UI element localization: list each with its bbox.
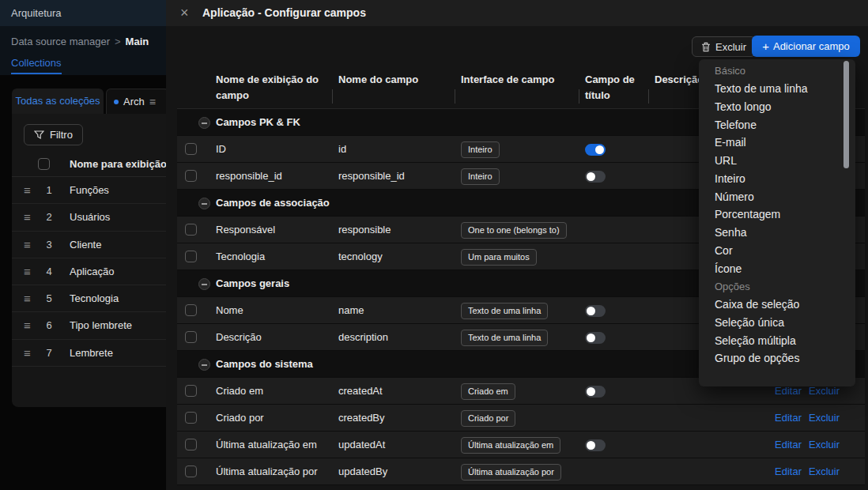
dropdown-item[interactable]: Texto de uma linha <box>699 80 855 98</box>
dropdown-item[interactable]: Cor <box>699 242 855 260</box>
row-delete-link[interactable]: Excluir <box>809 412 840 424</box>
list-item[interactable]: ≡2Usuários <box>12 204 166 231</box>
title-field-toggle[interactable] <box>585 386 606 398</box>
field-display-name: Responsável <box>216 217 275 243</box>
row-checkbox[interactable] <box>185 439 197 450</box>
collapse-icon[interactable] <box>198 278 210 290</box>
title-field-toggle[interactable] <box>585 439 606 451</box>
row-checkbox[interactable] <box>185 304 197 316</box>
modal-title: Aplicação - Configurar campos <box>202 0 366 26</box>
list-item[interactable]: ≡3Cliente <box>12 232 166 258</box>
field-interface-badge: Última atualização em <box>461 437 560 454</box>
close-icon[interactable]: × <box>180 0 189 26</box>
dropdown-item[interactable]: Caixa de seleção <box>699 296 855 314</box>
row-number: 4 <box>43 258 55 285</box>
plus-icon: + <box>762 40 769 52</box>
dropdown-item[interactable]: Porcentagem <box>699 205 855 224</box>
field-display-name: Última atualização em <box>216 432 317 458</box>
tab-all-collections[interactable]: Todas as coleções <box>12 89 104 114</box>
drag-handle-icon[interactable]: ≡ <box>24 285 31 312</box>
edit-link[interactable]: Editar <box>775 385 802 397</box>
collapse-icon[interactable] <box>198 359 210 371</box>
row-checkbox[interactable] <box>185 385 197 397</box>
breadcrumb-separator: > <box>115 36 121 47</box>
dropdown-item[interactable]: Grupo de opções <box>699 349 855 368</box>
collapse-icon[interactable] <box>198 198 210 209</box>
dropdown-item[interactable]: E-mail <box>699 134 855 152</box>
delete-button[interactable]: Excluir <box>692 36 756 57</box>
drag-handle-icon[interactable]: ≡ <box>24 340 31 367</box>
title-field-toggle[interactable] <box>585 305 606 317</box>
menu-icon[interactable]: ≡ <box>149 96 156 108</box>
breadcrumb-section[interactable]: Data source manager <box>11 36 110 47</box>
field-interface-badge: Última atualização por <box>461 464 561 481</box>
field-name: id <box>338 136 346 163</box>
field-interface-badge: Um para muitos <box>461 249 537 266</box>
row-delete-link[interactable]: Excluir <box>809 439 840 450</box>
row-delete-link[interactable]: Excluir <box>809 385 840 397</box>
collection-name: Aplicação <box>70 258 114 285</box>
list-item[interactable]: ≡7Lembrete <box>12 340 166 367</box>
field-row[interactable]: Última atualização por updatedBy Última … <box>177 458 865 485</box>
dropdown-item[interactable]: Ícone <box>699 259 855 277</box>
row-checkbox[interactable] <box>185 466 197 477</box>
field-display-name: Descrição <box>216 324 262 351</box>
select-all-checkbox[interactable] <box>38 158 50 170</box>
drag-handle-icon[interactable]: ≡ <box>24 258 31 285</box>
title-field-toggle[interactable] <box>585 332 606 344</box>
field-row[interactable]: Última atualização em updatedAt Última a… <box>177 432 865 458</box>
column-divider[interactable] <box>579 89 579 104</box>
row-checkbox[interactable] <box>185 224 197 236</box>
list-item[interactable]: ≡4Aplicação <box>12 258 166 285</box>
title-field-toggle[interactable] <box>585 171 606 183</box>
column-divider[interactable] <box>332 89 333 104</box>
list-item[interactable]: ≡5Tecnologia <box>12 285 166 312</box>
trash-icon <box>701 42 711 52</box>
add-field-label: Adicionar campo <box>773 40 850 52</box>
filter-button[interactable]: Filtro <box>24 124 83 145</box>
title-field-toggle[interactable] <box>585 144 606 156</box>
dropdown-item[interactable]: Seleção única <box>699 314 855 332</box>
collection-name: Funções <box>70 177 109 204</box>
field-interface-badge: Inteiro <box>461 141 500 158</box>
drag-handle-icon[interactable]: ≡ <box>24 232 31 258</box>
row-checkbox[interactable] <box>185 143 197 155</box>
tab-arch[interactable]: Arch ≡ <box>106 89 166 114</box>
field-name: createdAt <box>338 378 383 405</box>
row-delete-link[interactable]: Excluir <box>809 466 840 477</box>
dropdown-item[interactable]: Telefone <box>699 115 855 134</box>
row-checkbox[interactable] <box>185 170 197 182</box>
row-checkbox[interactable] <box>185 412 197 424</box>
tab-arch-label: Arch <box>123 96 145 107</box>
field-display-name: Criado em <box>216 378 263 405</box>
screen: Arquitetura Data source manager>Main Col… <box>0 0 868 490</box>
field-interface-badge: Criado por <box>461 410 515 427</box>
edit-link[interactable]: Editar <box>775 439 802 450</box>
row-number: 7 <box>43 340 55 367</box>
edit-link[interactable]: Editar <box>775 412 802 424</box>
dropdown-item[interactable]: URL <box>699 152 855 170</box>
row-checkbox[interactable] <box>185 331 197 343</box>
column-divider[interactable] <box>455 89 455 104</box>
drag-handle-icon[interactable]: ≡ <box>24 177 31 204</box>
add-field-button[interactable]: + Adicionar campo <box>752 36 860 57</box>
row-number: 5 <box>43 285 55 312</box>
dropdown-item[interactable]: Senha <box>699 224 855 242</box>
tab-collections[interactable]: Collections <box>11 57 62 69</box>
column-divider[interactable] <box>648 89 649 104</box>
edit-link[interactable]: Editar <box>775 466 802 477</box>
collection-name: Usuários <box>70 204 110 231</box>
drag-handle-icon[interactable]: ≡ <box>24 312 31 339</box>
dropdown-scrollbar[interactable] <box>843 61 849 168</box>
field-row[interactable]: Criado por createdBy Criado por EditarEx… <box>177 405 865 432</box>
field-display-name: Tecnologia <box>216 243 265 270</box>
drag-handle-icon[interactable]: ≡ <box>24 204 31 231</box>
collapse-icon[interactable] <box>198 117 210 129</box>
row-checkbox[interactable] <box>185 251 197 262</box>
dropdown-item[interactable]: Texto longo <box>699 98 855 116</box>
dropdown-item[interactable]: Número <box>699 187 855 205</box>
list-item[interactable]: ≡6Tipo lembrete <box>12 312 166 339</box>
dropdown-item[interactable]: Inteiro <box>699 170 855 188</box>
dropdown-item[interactable]: Seleção múltipla <box>699 331 855 349</box>
list-item[interactable]: ≡1Funções <box>12 177 166 204</box>
